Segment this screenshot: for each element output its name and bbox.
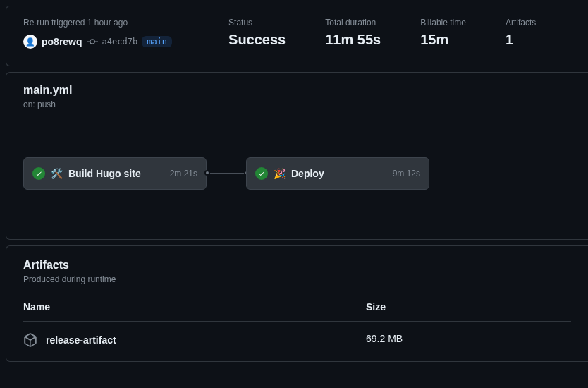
workflow-trigger: on: push bbox=[23, 99, 571, 109]
commit-sha[interactable]: a4ecd7b bbox=[102, 37, 138, 47]
status-value: Success bbox=[228, 32, 286, 48]
col-name-header: Name bbox=[23, 301, 366, 313]
billable-label: Billable time bbox=[420, 18, 466, 28]
job-build[interactable]: 🛠️ Build Hugo site 2m 21s bbox=[23, 157, 207, 190]
billable-block: Billable time 15m bbox=[420, 18, 466, 48]
duration-value[interactable]: 11m 55s bbox=[325, 32, 381, 48]
job-name: Deploy bbox=[291, 168, 387, 179]
avatar[interactable]: 👤 bbox=[23, 35, 37, 49]
package-icon bbox=[23, 333, 37, 347]
branch-badge[interactable]: main bbox=[142, 36, 172, 47]
commit-icon bbox=[87, 36, 98, 47]
run-summary: Re-run triggered 1 hour ago 👤 po8rewq a4… bbox=[6, 6, 588, 66]
status-block: Status Success bbox=[228, 18, 286, 48]
artifacts-count-value[interactable]: 1 bbox=[506, 32, 536, 48]
job-emoji: 🎉 bbox=[274, 168, 286, 179]
artifacts-title: Artifacts bbox=[23, 259, 571, 272]
artifacts-count-label: Artifacts bbox=[506, 18, 536, 28]
job-name: Build Hugo site bbox=[68, 168, 164, 179]
artifacts-count-block: Artifacts 1 bbox=[506, 18, 536, 48]
trigger-block: Re-run triggered 1 hour ago 👤 po8rewq a4… bbox=[23, 18, 172, 49]
artifacts-panel: Artifacts Produced during runtime Name S… bbox=[6, 245, 588, 362]
job-emoji: 🛠️ bbox=[51, 168, 63, 179]
actor-commit-line: 👤 po8rewq a4ecd7b main bbox=[23, 35, 172, 49]
artifacts-table: Name Size release-artifact 69.2 MB bbox=[23, 301, 571, 347]
trigger-text: Re-run triggered 1 hour ago bbox=[23, 18, 172, 28]
workflow-file-name[interactable]: main.yml bbox=[23, 84, 571, 97]
duration-label: Total duration bbox=[325, 18, 381, 28]
workflow-graph: 🛠️ Build Hugo site 2m 21s 🎉 Deploy 9m 12… bbox=[23, 157, 571, 190]
billable-value[interactable]: 15m bbox=[420, 32, 466, 48]
summary-stats: Status Success Total duration 11m 55s Bi… bbox=[228, 18, 536, 48]
artifact-size: 69.2 MB bbox=[366, 333, 571, 347]
job-deploy[interactable]: 🎉 Deploy 9m 12s bbox=[246, 157, 429, 190]
col-size-header: Size bbox=[366, 301, 571, 313]
artifacts-header-row: Name Size bbox=[23, 301, 571, 322]
success-check-icon bbox=[255, 167, 268, 180]
graph-node-out bbox=[204, 170, 210, 176]
job-duration: 2m 21s bbox=[170, 169, 197, 178]
job-duration: 9m 12s bbox=[393, 169, 420, 178]
success-check-icon bbox=[32, 167, 45, 180]
graph-connector bbox=[207, 173, 245, 174]
workflow-graph-panel: main.yml on: push 🛠️ Build Hugo site 2m … bbox=[6, 72, 588, 240]
duration-block: Total duration 11m 55s bbox=[325, 18, 381, 48]
artifact-row[interactable]: release-artifact 69.2 MB bbox=[23, 322, 571, 347]
artifact-name: release-artifact bbox=[46, 334, 116, 346]
artifacts-subtitle: Produced during runtime bbox=[23, 274, 571, 284]
status-label: Status bbox=[228, 18, 286, 28]
username[interactable]: po8rewq bbox=[42, 36, 82, 47]
